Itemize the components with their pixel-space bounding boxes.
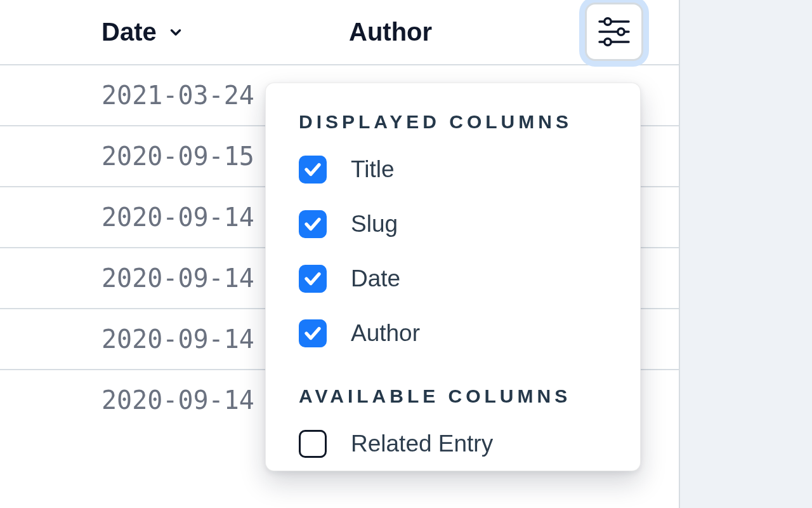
cell-date: 2020-09-14	[102, 264, 254, 293]
svg-point-3	[605, 18, 611, 25]
column-option-author[interactable]: Author	[299, 319, 607, 347]
checkbox-unchecked-icon	[299, 430, 327, 458]
sliders-icon	[596, 15, 632, 48]
checkbox-checked-icon	[299, 265, 327, 293]
table-header: Date Author	[0, 0, 679, 64]
column-header-date[interactable]: Date	[0, 18, 184, 46]
option-label: Title	[351, 156, 395, 183]
checkbox-checked-icon	[299, 210, 327, 238]
cell-date: 2021-03-24	[102, 81, 254, 110]
column-option-related-entry[interactable]: Related Entry	[299, 430, 607, 458]
checkbox-checked-icon	[299, 156, 327, 184]
column-option-slug[interactable]: Slug	[299, 210, 607, 238]
option-label: Related Entry	[351, 431, 493, 457]
cell-date: 2020-09-14	[102, 385, 254, 415]
column-header-label: Author	[349, 18, 432, 46]
column-settings-button[interactable]	[585, 3, 643, 61]
option-label: Slug	[351, 211, 398, 237]
side-panel	[679, 0, 812, 508]
column-settings-panel: Displayed Columns Title Slug Date	[265, 83, 641, 471]
svg-point-5	[605, 39, 611, 45]
option-label: Author	[351, 320, 420, 347]
column-option-date[interactable]: Date	[299, 265, 607, 293]
table-area: Date Author	[0, 0, 679, 508]
column-header-author[interactable]: Author	[349, 18, 432, 46]
section-title-available: Available Columns	[299, 385, 607, 407]
column-option-title[interactable]: Title	[299, 156, 607, 184]
section-title-displayed: Displayed Columns	[299, 111, 607, 133]
chevron-down-icon	[167, 24, 184, 41]
cell-date: 2020-09-14	[102, 203, 254, 232]
option-label: Date	[351, 265, 400, 292]
cell-date: 2020-09-15	[102, 142, 254, 171]
checkbox-checked-icon	[299, 319, 327, 347]
svg-point-4	[618, 29, 624, 35]
column-header-label: Date	[102, 18, 157, 46]
cell-date: 2020-09-14	[102, 324, 254, 354]
